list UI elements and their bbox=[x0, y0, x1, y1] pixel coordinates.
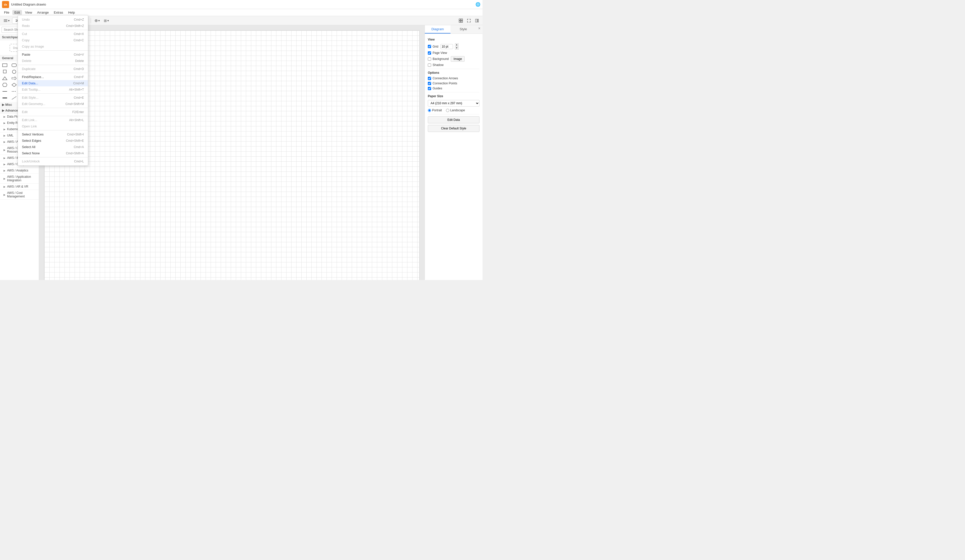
clear-default-style-btn[interactable]: Clear Default Style bbox=[428, 125, 479, 132]
edit-data-label: Edit Data... bbox=[22, 81, 68, 85]
background-image-btn[interactable]: Image bbox=[451, 56, 465, 62]
edit-data-btn[interactable]: Edit Data bbox=[428, 116, 479, 123]
menu-item-redo[interactable]: Redo Cmd+Shift+Z bbox=[18, 23, 88, 29]
tab-diagram[interactable]: Diagram bbox=[425, 25, 450, 33]
menu-item-select-vertices[interactable]: Select Vertices Cmd+Shift+I bbox=[18, 131, 88, 137]
insert-btn[interactable]: ⊕ ▾ bbox=[93, 17, 101, 24]
separator-5 bbox=[18, 93, 88, 94]
aws-illustrations-expand-icon: ▶ bbox=[3, 157, 5, 159]
menu-item-select-edges[interactable]: Select Edges Cmd+Shift+E bbox=[18, 137, 88, 144]
divider-3 bbox=[428, 114, 479, 114]
guides-label[interactable]: Guides bbox=[428, 87, 442, 90]
menu-item-edit-tooltip[interactable]: Edit Tooltip... Alt+Shift+T bbox=[18, 87, 88, 93]
portrait-radio[interactable] bbox=[428, 109, 431, 112]
scratchpad-label: Scratchpad bbox=[2, 36, 18, 39]
shape-rect[interactable] bbox=[1, 62, 8, 68]
menu-item-edit[interactable]: Edit F2/Enter bbox=[18, 109, 88, 115]
grid-increment-btn[interactable]: ▲ bbox=[455, 43, 458, 46]
grid-checkbox[interactable] bbox=[428, 45, 431, 48]
menu-item-edit-style[interactable]: Edit Style... Cmd+E bbox=[18, 95, 88, 101]
menu-item-edit-data[interactable]: Edit Data... Cmd+M bbox=[18, 80, 88, 87]
shape-line-solid[interactable] bbox=[1, 88, 8, 95]
sidebar-item-aws-cost[interactable]: ▶ AWS / Cost Management bbox=[0, 190, 39, 200]
shape-circle[interactable] bbox=[10, 69, 18, 75]
fullscreen-btn[interactable] bbox=[465, 18, 473, 23]
shape-diamond[interactable] bbox=[10, 82, 18, 88]
menu-file[interactable]: File bbox=[2, 10, 11, 15]
find-replace-shortcut: Cmd+F bbox=[74, 75, 84, 79]
menu-item-select-all[interactable]: Select All Cmd+A bbox=[18, 144, 88, 150]
menu-item-find-replace[interactable]: Find/Replace... Cmd+F bbox=[18, 74, 88, 80]
background-label: Background bbox=[433, 57, 449, 61]
grid-checkbox-label[interactable]: Grid bbox=[428, 45, 438, 48]
menu-item-lock-unlock[interactable]: Lock/Unlock Cmd+L bbox=[18, 158, 88, 165]
shadow-checkbox-label[interactable]: Shadow bbox=[428, 63, 443, 67]
menu-item-paste[interactable]: Paste Cmd+V bbox=[18, 51, 88, 58]
sidebar-item-aws-app-integration[interactable]: ▶ AWS / Application Integration bbox=[0, 174, 39, 184]
grid-decrement-btn[interactable]: ▼ bbox=[455, 47, 458, 50]
misc-expand-icon: ▶ bbox=[2, 103, 4, 106]
redo-shortcut: Cmd+Shift+Z bbox=[66, 24, 84, 28]
portrait-label[interactable]: Portrait bbox=[428, 109, 442, 112]
landscape-text: Landscape bbox=[450, 109, 465, 112]
paper-size-select[interactable]: A4 (210 mm x 297 mm) A3 (297 mm x 420 mm… bbox=[428, 100, 479, 106]
connection-arrows-label[interactable]: Connection Arrows bbox=[428, 77, 458, 80]
shape-square[interactable] bbox=[1, 69, 8, 75]
grid-value-input[interactable]: 10 pt bbox=[440, 44, 453, 49]
shape-rounded-rect[interactable] bbox=[10, 62, 18, 68]
menu-item-open-link[interactable]: Open Link bbox=[18, 123, 88, 129]
shadow-checkbox[interactable] bbox=[428, 64, 431, 67]
separator-4 bbox=[18, 73, 88, 73]
connection-points-checkbox[interactable] bbox=[428, 82, 431, 85]
fit-page-icon bbox=[459, 19, 463, 23]
menu-help[interactable]: Help bbox=[66, 10, 77, 15]
table-btn[interactable]: ⊞ ▾ bbox=[102, 18, 110, 23]
menu-item-select-none[interactable]: Select None Cmd+Shift+A bbox=[18, 150, 88, 157]
shape-triangle[interactable] bbox=[1, 75, 8, 81]
shape-thick-line[interactable] bbox=[1, 95, 8, 101]
connection-arrows-checkbox[interactable] bbox=[428, 77, 431, 80]
tab-style[interactable]: Style bbox=[450, 25, 476, 33]
menu-item-undo[interactable]: Undo Cmd+Z bbox=[18, 16, 88, 23]
menu-item-delete[interactable]: Delete Delete bbox=[18, 58, 88, 64]
menu-arrange[interactable]: Arrange bbox=[35, 10, 51, 15]
diagram-canvas[interactable] bbox=[44, 30, 420, 280]
connection-arrows-text: Connection Arrows bbox=[433, 77, 458, 80]
shape-hexagon[interactable] bbox=[1, 82, 8, 88]
landscape-label[interactable]: Landscape bbox=[446, 109, 465, 112]
edit-link-label: Edit Link... bbox=[22, 118, 64, 122]
menu-item-copy[interactable]: Copy Cmd+C bbox=[18, 37, 88, 43]
background-checkbox[interactable] bbox=[428, 57, 431, 61]
edit-tooltip-label: Edit Tooltip... bbox=[22, 88, 64, 91]
menu-item-edit-link[interactable]: Edit Link... Alt+Shift+L bbox=[18, 117, 88, 123]
menu-item-cut[interactable]: Cut Cmd+X bbox=[18, 31, 88, 37]
sidebar-item-aws-ar-vr[interactable]: ▶ AWS / AR & VR bbox=[0, 184, 39, 190]
svg-rect-10 bbox=[461, 19, 463, 20]
format-panel-btn[interactable] bbox=[473, 18, 481, 23]
paste-shortcut: Cmd+V bbox=[74, 53, 84, 56]
menu-item-edit-geometry[interactable]: Edit Geometry... Cmd+Shift+M bbox=[18, 101, 88, 107]
connection-points-label[interactable]: Connection Points bbox=[428, 82, 457, 85]
menu-view[interactable]: View bbox=[23, 10, 34, 15]
menu-edit[interactable]: Edit bbox=[12, 10, 22, 15]
menu-item-copy-as-image[interactable]: Copy as Image bbox=[18, 43, 88, 50]
select-edges-label: Select Edges bbox=[22, 139, 61, 142]
menu-item-duplicate[interactable]: Duplicate Cmd+D bbox=[18, 66, 88, 72]
right-panel-close-btn[interactable]: × bbox=[476, 25, 483, 33]
shape-diagonal-line[interactable] bbox=[10, 95, 18, 101]
app-icon-label: dx bbox=[4, 3, 7, 6]
page-view-checkbox[interactable] bbox=[428, 51, 431, 55]
shape-arrow-right[interactable] bbox=[10, 75, 18, 81]
sidebar-item-aws-analytics[interactable]: ▶ AWS / Analytics bbox=[0, 167, 39, 174]
svg-rect-15 bbox=[3, 64, 7, 67]
landscape-radio[interactable] bbox=[446, 109, 449, 112]
menu-extras[interactable]: Extras bbox=[52, 10, 65, 15]
canvas-area[interactable] bbox=[39, 25, 425, 280]
svg-marker-26 bbox=[12, 77, 16, 80]
background-checkbox-label[interactable]: Background bbox=[428, 57, 449, 61]
shape-line-dashed[interactable] bbox=[10, 88, 18, 95]
guides-checkbox[interactable] bbox=[428, 87, 431, 90]
sidebar-toggle-btn[interactable]: ▾ bbox=[2, 18, 11, 23]
fit-page-btn[interactable] bbox=[457, 18, 465, 23]
page-view-checkbox-label[interactable]: Page View bbox=[428, 51, 447, 55]
